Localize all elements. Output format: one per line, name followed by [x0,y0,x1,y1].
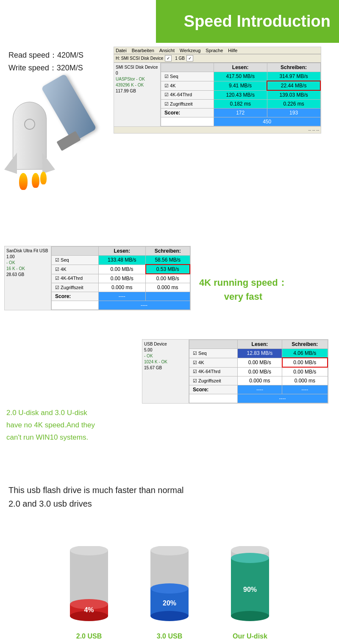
row-4k64-lesen: 120.43 MB/s [214,90,267,100]
usb-zugr-lesen: 0.000 ms [237,376,282,385]
svg-point-12 [150,611,189,621]
toolbar-size-select[interactable]: ✓ [186,55,193,61]
bar-svg-our: 90% [229,546,271,631]
usb-4k-schreiben: 0.00 MB/s [282,358,328,367]
sd-4k-label: ☑ 4K [52,265,99,274]
usb-score-1: ---- [237,385,282,394]
usb-score-total-empty [189,394,238,403]
svg-point-18 [231,553,269,563]
sd-zugr-schreiben: 0.000 ms [146,283,190,292]
sd-score-label: Score: [52,292,99,301]
cm-footer: -- -- -- [114,126,321,133]
bar-label-2usb: 2.0 USB [76,633,102,640]
green-note-line1: 2.0 U-disk and 3.0 U-disk [6,407,95,419]
score-label: Score: [161,109,214,117]
cm-toolbar: H: SMI SCSI Disk Device ✓ 1 GB ✓ [114,54,321,63]
sandisk-ok1: - OK [6,260,49,266]
row-seq-label: ☑ Seq [161,72,214,81]
sd-4k-lesen: 0.00 MB/s [98,265,146,274]
green-note: 2.0 U-disk and 3.0 U-disk have no 4K spe… [6,407,95,444]
table-row: ☑ 4K-64Thrd 0.00 MB/s 0.00 MB/s [189,367,328,376]
sd-score-total: ---- [98,301,190,310]
score-total-row: ---- [52,301,190,310]
green-note-line2: have no 4K speed.And they [6,419,95,432]
col-header-lesen: Lesen: [214,63,267,72]
usb-col-schreiben: Schreiben: [282,340,328,349]
score-total-row: 450 [161,117,321,126]
table-row: ☑ 4K 9.41 MB/s 22.44 MB/s [161,81,321,90]
svg-point-11 [150,583,189,594]
svg-text:20%: 20% [163,599,176,607]
green-note-line3: can't run WIN10 systems. [6,432,95,444]
fourk-line2: very fast [224,291,263,302]
menu-sprache: Sprache [206,48,223,53]
usb-col-empty [189,340,238,349]
bar-item-3usb: 20% 3.0 USB [148,546,191,640]
sd-col-schreiben: Schreiben: [146,247,190,256]
cm-results-table: Lesen: Schreiben: ☑ Seq 417.50 MB/s 314.… [161,63,321,126]
menu-ansicht: Ansicht [159,48,175,53]
bottom-line1: This usb flash drive is much faster than… [8,483,184,497]
table-row: ☑ Zugriffszeit 0.000 ms 0.000 ms [189,376,328,385]
rocket-wing-right [42,153,55,174]
score-total-row: ---- [189,394,328,403]
sandisk-body: SanDisk Ultra Fit USB 1.00 - OK 16 K - O… [5,246,190,310]
usb-name: USB Device [144,341,187,347]
toolbar-select[interactable]: ✓ [165,55,172,61]
score-row: Score: ---- ---- [189,385,328,394]
row-4k64-label: ☑ 4K-64Thrd [161,90,214,100]
menu-datei: Datei [116,48,127,53]
usb-4k64-schreiben: 0.00 MB/s [282,367,328,376]
usb-body: USB Device 5.00 - OK 1024 K - OK 15.67 G… [142,340,328,403]
row-seq-lesen: 417.50 MB/s [214,72,267,81]
flame3 [40,172,47,184]
table-row: ☑ 4K 0.00 MB/s 0.00 MB/s [189,358,328,367]
toolbar-drive-label: H: SMI SCSI Disk Device [116,56,163,61]
bar-item-2usb: 4% 2.0 USB [68,546,110,640]
score-1: 172 [214,109,267,117]
usb-ok2: 1024 K - OK [144,359,187,365]
sd-4k64-label: ☑ 4K-64Thrd [52,274,99,283]
device-439k: 439296 K - OK [116,82,158,88]
score-2: 193 [267,109,320,117]
device-uaspstor: UASPStor - OK [116,76,158,82]
usb-table: Lesen: Schreiben: ☑ Seq 12.83 MB/s 4.06 … [189,340,328,403]
sd-4k64-lesen: 0.00 MB/s [98,274,146,283]
usb-score-total: ---- [237,394,328,403]
sd-seq-lesen: 133.48 MB/s [98,256,146,265]
device-size: 117.99 GB [116,88,158,94]
usb-col-lesen: Lesen: [237,340,282,349]
sandisk-screenshot: SanDisk Ultra Fit USB 1.00 - OK 16 K - O… [4,246,191,310]
col-header-empty [161,63,214,72]
bottom-line2: 2.0 and 3.0 usb drives [8,497,184,510]
usb-seq-label: ☑ Seq [189,349,238,358]
svg-point-19 [231,611,269,621]
fourk-line1: 4K running speed： [199,277,287,288]
score-total-empty [161,117,214,126]
menu-bearbeiten: Bearbeiten [132,48,154,53]
usb-size: 15.67 GB [144,365,187,371]
row-4k-label: ☑ 4K [161,81,214,90]
usb-score-label: Score: [189,385,238,394]
svg-text:90%: 90% [243,586,257,593]
flame2 [32,173,39,188]
usb-seq-lesen: 12.83 MB/s [237,349,282,358]
col-header-schreiben: Schreiben: [267,63,320,72]
usb-4k64-label: ☑ 4K-64Thrd [189,367,238,376]
fourk-speed-text: 4K running speed： very fast [199,276,287,304]
usb-4k64-lesen: 0.00 MB/s [237,367,282,376]
sd-zugr-lesen: 0.000 ms [98,283,146,292]
usb-ver: 5.00 [144,347,187,353]
cm-body: SMI SCSI Disk Device 0 UASPStor - OK 439… [114,63,321,126]
read-speed-label: Read speed：420M/S [8,50,83,60]
usb-device-info: USB Device 5.00 - OK 1024 K - OK 15.67 G… [142,340,189,403]
sd-col-lesen: Lesen: [98,247,146,256]
sandisk-device-info: SanDisk Ultra Fit USB 1.00 - OK 16 K - O… [5,246,51,310]
svg-text:4%: 4% [84,606,94,613]
table-row: ☑ 4K-64Thrd 120.43 MB/s 139.03 MB/s [161,90,321,100]
sd-seq-label: ☑ Seq [52,256,99,265]
table-row: ☑ Seq 417.50 MB/s 314.97 MB/s [161,72,321,81]
sd-col-empty [52,247,99,256]
sandisk-ver: 1.00 [6,254,49,260]
bar-chart-area: 4% 2.0 USB 20% 3.0 USB [0,521,339,644]
